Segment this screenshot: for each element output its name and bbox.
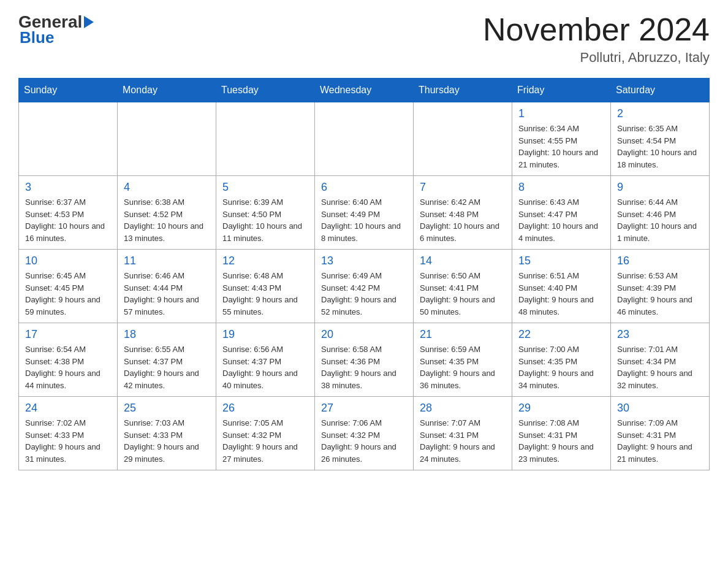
calendar-cell: 27Sunrise: 7:06 AM Sunset: 4:32 PM Dayli… <box>315 397 414 470</box>
day-number: 10 <box>25 255 111 267</box>
calendar-cell <box>315 102 414 176</box>
weekday-header-saturday: Saturday <box>611 79 710 102</box>
weekday-header-tuesday: Tuesday <box>216 79 315 102</box>
day-number: 1 <box>518 107 604 120</box>
calendar-cell: 10Sunrise: 6:45 AM Sunset: 4:45 PM Dayli… <box>19 250 118 323</box>
weekday-header-thursday: Thursday <box>414 79 512 102</box>
day-info: Sunrise: 6:45 AM Sunset: 4:45 PM Dayligh… <box>25 270 111 318</box>
day-info: Sunrise: 6:51 AM Sunset: 4:40 PM Dayligh… <box>518 270 604 318</box>
day-info: Sunrise: 7:08 AM Sunset: 4:31 PM Dayligh… <box>518 417 604 465</box>
calendar-cell: 6Sunrise: 6:40 AM Sunset: 4:49 PM Daylig… <box>315 176 414 250</box>
week-row-2: 3Sunrise: 6:37 AM Sunset: 4:53 PM Daylig… <box>19 176 710 250</box>
calendar-cell: 17Sunrise: 6:54 AM Sunset: 4:38 PM Dayli… <box>19 323 118 397</box>
day-info: Sunrise: 6:48 AM Sunset: 4:43 PM Dayligh… <box>222 270 308 318</box>
day-number: 24 <box>25 402 111 415</box>
day-info: Sunrise: 7:05 AM Sunset: 4:32 PM Dayligh… <box>222 417 308 465</box>
logo: General Blue <box>18 12 94 47</box>
day-info: Sunrise: 6:50 AM Sunset: 4:41 PM Dayligh… <box>420 270 506 318</box>
day-info: Sunrise: 7:02 AM Sunset: 4:33 PM Dayligh… <box>25 417 111 465</box>
calendar-cell: 30Sunrise: 7:09 AM Sunset: 4:31 PM Dayli… <box>611 397 710 470</box>
day-number: 29 <box>518 402 604 415</box>
calendar-cell: 21Sunrise: 6:59 AM Sunset: 4:35 PM Dayli… <box>414 323 512 397</box>
calendar-cell <box>414 102 512 176</box>
day-info: Sunrise: 7:06 AM Sunset: 4:32 PM Dayligh… <box>321 417 407 465</box>
day-info: Sunrise: 7:00 AM Sunset: 4:35 PM Dayligh… <box>518 343 604 391</box>
calendar-table: SundayMondayTuesdayWednesdayThursdayFrid… <box>18 78 710 470</box>
day-number: 30 <box>617 402 703 415</box>
calendar-cell: 9Sunrise: 6:44 AM Sunset: 4:46 PM Daylig… <box>611 176 710 250</box>
calendar-cell: 23Sunrise: 7:01 AM Sunset: 4:34 PM Dayli… <box>611 323 710 397</box>
day-info: Sunrise: 6:56 AM Sunset: 4:37 PM Dayligh… <box>222 343 308 391</box>
calendar-cell: 22Sunrise: 7:00 AM Sunset: 4:35 PM Dayli… <box>512 323 611 397</box>
day-number: 23 <box>617 328 703 341</box>
logo-blue-text: Blue <box>18 28 94 47</box>
day-number: 28 <box>420 402 506 415</box>
day-info: Sunrise: 6:40 AM Sunset: 4:49 PM Dayligh… <box>321 196 407 244</box>
week-row-4: 17Sunrise: 6:54 AM Sunset: 4:38 PM Dayli… <box>19 323 710 397</box>
day-number: 26 <box>222 402 308 415</box>
day-number: 6 <box>321 181 407 194</box>
weekday-header-row: SundayMondayTuesdayWednesdayThursdayFrid… <box>19 79 710 102</box>
day-number: 5 <box>222 181 308 194</box>
day-number: 7 <box>420 181 506 194</box>
calendar-cell <box>19 102 118 176</box>
day-info: Sunrise: 6:39 AM Sunset: 4:50 PM Dayligh… <box>222 196 308 244</box>
day-info: Sunrise: 6:43 AM Sunset: 4:47 PM Dayligh… <box>518 196 604 244</box>
day-info: Sunrise: 6:46 AM Sunset: 4:44 PM Dayligh… <box>124 270 210 318</box>
logo-arrow-icon <box>84 16 94 28</box>
calendar-cell: 12Sunrise: 6:48 AM Sunset: 4:43 PM Dayli… <box>216 250 315 323</box>
page-header: General Blue November 2024 Pollutri, Abr… <box>18 12 710 66</box>
calendar-cell: 11Sunrise: 6:46 AM Sunset: 4:44 PM Dayli… <box>118 250 216 323</box>
day-number: 14 <box>420 255 506 267</box>
calendar-cell: 29Sunrise: 7:08 AM Sunset: 4:31 PM Dayli… <box>512 397 611 470</box>
day-number: 13 <box>321 255 407 267</box>
day-number: 12 <box>222 255 308 267</box>
day-info: Sunrise: 6:44 AM Sunset: 4:46 PM Dayligh… <box>617 196 703 244</box>
calendar-cell: 5Sunrise: 6:39 AM Sunset: 4:50 PM Daylig… <box>216 176 315 250</box>
day-info: Sunrise: 6:38 AM Sunset: 4:52 PM Dayligh… <box>124 196 210 244</box>
day-number: 4 <box>124 181 210 194</box>
day-info: Sunrise: 6:49 AM Sunset: 4:42 PM Dayligh… <box>321 270 407 318</box>
day-info: Sunrise: 7:07 AM Sunset: 4:31 PM Dayligh… <box>420 417 506 465</box>
day-number: 8 <box>518 181 604 194</box>
day-number: 21 <box>420 328 506 341</box>
calendar-cell: 1Sunrise: 6:34 AM Sunset: 4:55 PM Daylig… <box>512 102 611 176</box>
day-number: 2 <box>617 107 703 120</box>
calendar-cell <box>216 102 315 176</box>
calendar-cell: 15Sunrise: 6:51 AM Sunset: 4:40 PM Dayli… <box>512 250 611 323</box>
day-info: Sunrise: 7:01 AM Sunset: 4:34 PM Dayligh… <box>617 343 703 391</box>
calendar-cell <box>118 102 216 176</box>
day-number: 25 <box>124 402 210 415</box>
month-title: November 2024 <box>483 12 710 47</box>
calendar-cell: 8Sunrise: 6:43 AM Sunset: 4:47 PM Daylig… <box>512 176 611 250</box>
calendar-cell: 4Sunrise: 6:38 AM Sunset: 4:52 PM Daylig… <box>118 176 216 250</box>
day-number: 22 <box>518 328 604 341</box>
calendar-cell: 14Sunrise: 6:50 AM Sunset: 4:41 PM Dayli… <box>414 250 512 323</box>
day-number: 16 <box>617 255 703 267</box>
calendar-cell: 3Sunrise: 6:37 AM Sunset: 4:53 PM Daylig… <box>19 176 118 250</box>
day-info: Sunrise: 6:35 AM Sunset: 4:54 PM Dayligh… <box>617 123 703 170</box>
day-info: Sunrise: 6:37 AM Sunset: 4:53 PM Dayligh… <box>25 196 111 244</box>
calendar-cell: 13Sunrise: 6:49 AM Sunset: 4:42 PM Dayli… <box>315 250 414 323</box>
day-info: Sunrise: 6:55 AM Sunset: 4:37 PM Dayligh… <box>124 343 210 391</box>
weekday-header-friday: Friday <box>512 79 611 102</box>
day-info: Sunrise: 6:59 AM Sunset: 4:35 PM Dayligh… <box>420 343 506 391</box>
day-number: 20 <box>321 328 407 341</box>
calendar-cell: 16Sunrise: 6:53 AM Sunset: 4:39 PM Dayli… <box>611 250 710 323</box>
day-info: Sunrise: 6:54 AM Sunset: 4:38 PM Dayligh… <box>25 343 111 391</box>
day-number: 9 <box>617 181 703 194</box>
day-info: Sunrise: 7:03 AM Sunset: 4:33 PM Dayligh… <box>124 417 210 465</box>
day-info: Sunrise: 6:34 AM Sunset: 4:55 PM Dayligh… <box>518 123 604 170</box>
weekday-header-monday: Monday <box>118 79 216 102</box>
week-row-1: 1Sunrise: 6:34 AM Sunset: 4:55 PM Daylig… <box>19 102 710 176</box>
day-info: Sunrise: 6:58 AM Sunset: 4:36 PM Dayligh… <box>321 343 407 391</box>
calendar-cell: 20Sunrise: 6:58 AM Sunset: 4:36 PM Dayli… <box>315 323 414 397</box>
day-number: 18 <box>124 328 210 341</box>
week-row-5: 24Sunrise: 7:02 AM Sunset: 4:33 PM Dayli… <box>19 397 710 470</box>
day-number: 27 <box>321 402 407 415</box>
day-number: 15 <box>518 255 604 267</box>
day-number: 17 <box>25 328 111 341</box>
weekday-header-wednesday: Wednesday <box>315 79 414 102</box>
day-number: 11 <box>124 255 210 267</box>
calendar-cell: 7Sunrise: 6:42 AM Sunset: 4:48 PM Daylig… <box>414 176 512 250</box>
